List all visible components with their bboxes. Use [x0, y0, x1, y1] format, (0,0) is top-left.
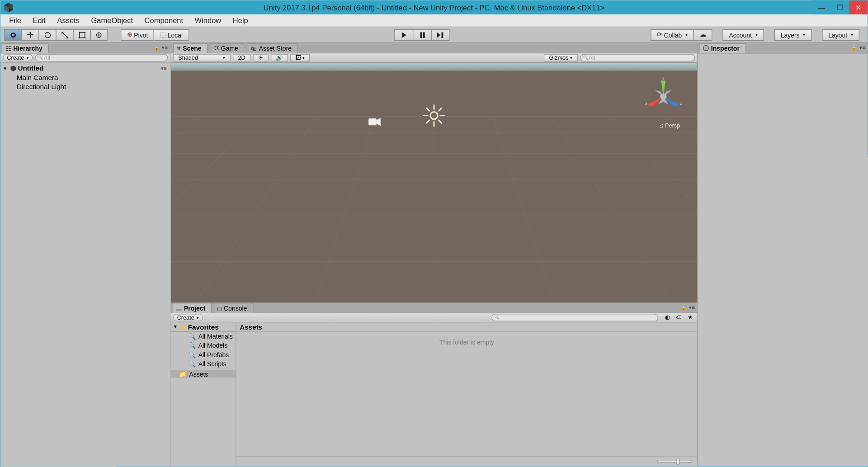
audio-icon: 🔊	[276, 55, 283, 61]
svg-text:x: x	[645, 101, 647, 106]
search-icon: 🔍	[188, 342, 196, 349]
hierarchy-item[interactable]: Directional Light	[0, 82, 170, 91]
scene-icon: ⌗	[177, 45, 181, 52]
layers-dropdown[interactable]: Layers	[774, 29, 812, 40]
inspector-tab[interactable]: ⓘInspector	[699, 43, 746, 53]
pause-button[interactable]	[413, 29, 431, 40]
pivot-toggle[interactable]: ⊕Pivot	[121, 29, 154, 40]
shading-mode-dropdown[interactable]: Shaded▾	[173, 54, 231, 62]
favorite-item[interactable]: 🔍All Prefabs	[171, 350, 236, 359]
scene-view[interactable]: y x z ≤ Persp	[171, 63, 698, 302]
hierarchy-tab[interactable]: ☷Hierarchy	[2, 43, 49, 53]
cloud-button[interactable]: ☁	[693, 29, 712, 40]
filter-by-label-icon[interactable]: 🏷	[674, 314, 684, 321]
scene-context-icon[interactable]: ▾≡	[161, 66, 167, 71]
svg-line-15	[492, 117, 551, 297]
menu-file[interactable]: File	[4, 15, 27, 26]
lighting-toggle[interactable]: ☀	[253, 54, 268, 62]
favorite-item[interactable]: 🔍All Scripts	[171, 359, 236, 368]
svg-point-24	[430, 112, 438, 119]
minimize-button[interactable]: —	[812, 0, 831, 14]
gizmos-dropdown[interactable]: Gizmos▾	[544, 54, 578, 62]
local-icon: ⬚	[160, 31, 166, 39]
empty-folder-message: This folder is empty	[236, 332, 698, 456]
scale-tool[interactable]	[56, 29, 73, 40]
layout-dropdown[interactable]: Layout	[822, 29, 859, 40]
svg-rect-8	[442, 32, 443, 38]
project-tab[interactable]: ▬Project	[172, 303, 212, 313]
move-tool[interactable]	[21, 29, 38, 40]
asset-store-tab[interactable]: 🛍Asset Store	[247, 43, 298, 53]
svg-text:z: z	[680, 101, 682, 106]
center-column: ⌗Scene ᗧGame 🛍Asset Store Shaded▾ 2D ☀ 🔊…	[171, 43, 698, 466]
inspector-panel: ⓘInspector 🔒▾≡	[697, 43, 867, 466]
play-button[interactable]	[395, 29, 413, 40]
scene-row[interactable]: ▼ Untitled ▾≡	[0, 64, 170, 73]
hierarchy-panel: ☷Hierarchy 🔒▾≡ Create All ▼ Untitled ▾≡ …	[0, 43, 170, 466]
panel-lock-icon[interactable]: 🔒	[851, 45, 857, 51]
favorite-item[interactable]: 🔍All Models	[171, 341, 236, 350]
favorites-header[interactable]: ▼★Favorites	[171, 322, 236, 331]
hierarchy-create-dropdown[interactable]: Create	[3, 54, 33, 62]
filter-by-type-icon[interactable]: ◐	[663, 314, 673, 321]
favorite-item[interactable]: 🔍All Materials	[171, 332, 236, 341]
panel-menu-icon[interactable]: ▾≡	[689, 305, 695, 311]
projection-label[interactable]: ≤ Persp	[660, 123, 680, 129]
svg-rect-33	[368, 118, 376, 125]
audio-toggle[interactable]: 🔊	[271, 54, 288, 62]
hierarchy-search[interactable]: All	[35, 54, 168, 62]
project-sidebar: ▼★Favorites 🔍All Materials 🔍All Models 🔍…	[171, 322, 236, 466]
rect-tool[interactable]	[73, 29, 90, 40]
local-toggle[interactable]: ⬚Local	[154, 29, 189, 40]
collab-dropdown[interactable]: ⟳Collab	[651, 29, 693, 40]
maximize-button[interactable]: ❐	[830, 0, 849, 14]
project-search[interactable]	[491, 314, 658, 321]
menu-component[interactable]: Component	[139, 15, 189, 26]
assets-folder[interactable]: 📁Assets	[171, 368, 236, 377]
menu-edit[interactable]: Edit	[27, 15, 52, 26]
hand-tool[interactable]	[4, 29, 21, 40]
game-tab[interactable]: ᗧGame	[210, 43, 245, 53]
save-search-icon[interactable]: ★	[685, 314, 695, 321]
project-breadcrumb[interactable]: Assets	[236, 322, 698, 331]
panel-lock-icon[interactable]: 🔒	[680, 305, 687, 311]
expand-icon[interactable]: ▼	[3, 66, 9, 71]
project-create-dropdown[interactable]: Create	[173, 314, 203, 321]
account-dropdown[interactable]: Account	[723, 29, 764, 40]
svg-line-31	[439, 108, 441, 111]
pivot-icon: ⊕	[127, 31, 132, 39]
search-icon: 🔍	[188, 333, 196, 340]
transform-tools	[4, 29, 108, 40]
transform-tool[interactable]	[90, 29, 108, 40]
panel-menu-icon[interactable]: ▾≡	[162, 45, 168, 51]
menu-window[interactable]: Window	[189, 15, 227, 26]
panel-menu-icon[interactable]: ▾≡	[859, 45, 865, 51]
unity-scene-icon	[10, 65, 17, 72]
scene-tab[interactable]: ⌗Scene	[173, 43, 208, 53]
unity-editor-window: Unity 2017.3.1p4 Personal (64bit) - Unti…	[0, 0, 868, 467]
image-icon: 🖼	[295, 55, 301, 61]
folder-icon: 📁	[179, 370, 187, 378]
menu-assets[interactable]: Assets	[52, 15, 85, 26]
svg-text:y: y	[662, 75, 665, 80]
sun-icon	[421, 103, 447, 128]
menu-gameobject[interactable]: GameObject	[85, 15, 139, 26]
thumbnail-size-slider[interactable]	[657, 460, 691, 462]
search-icon: 🔍	[188, 360, 196, 368]
console-tab[interactable]: ◻Console	[213, 303, 253, 313]
rotate-tool[interactable]	[38, 29, 56, 40]
window-title: Unity 2017.3.1p4 Personal (64bit) - Unti…	[0, 3, 867, 12]
menu-help[interactable]: Help	[227, 15, 254, 26]
panel-lock-icon[interactable]: 🔒	[153, 45, 160, 51]
orientation-gizmo[interactable]: y x z	[642, 75, 684, 118]
hierarchy-item[interactable]: Main Camera	[0, 73, 170, 82]
2d-toggle[interactable]: 2D	[233, 54, 250, 62]
svg-point-3	[79, 37, 80, 38]
scene-search[interactable]: All	[580, 54, 695, 62]
search-icon: 🔍	[188, 351, 196, 359]
svg-line-18	[668, 117, 698, 297]
effects-dropdown[interactable]: 🖼▾	[290, 54, 310, 62]
close-button[interactable]: ✕	[849, 0, 868, 14]
step-button[interactable]	[431, 29, 450, 40]
scene-grid	[171, 63, 698, 297]
